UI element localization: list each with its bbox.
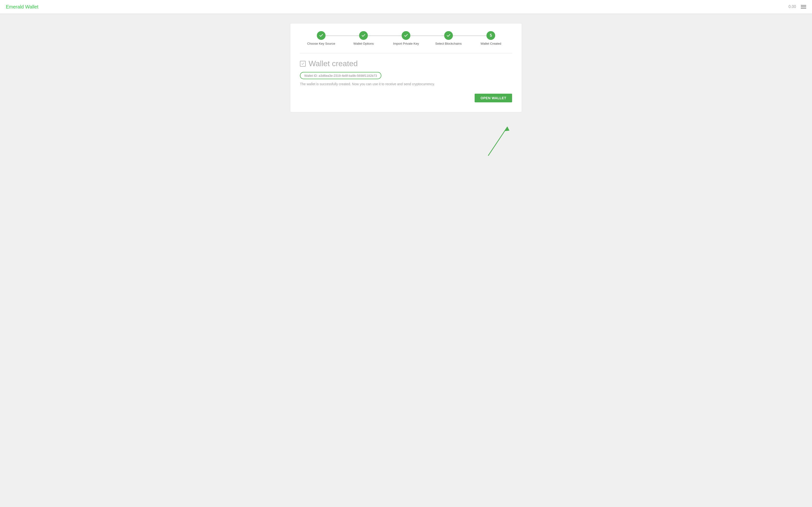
step-5-number: 5 xyxy=(490,33,492,38)
app-logo: Emerald Wallet xyxy=(6,4,39,10)
step-5-circle: 5 xyxy=(487,31,495,40)
wizard-card: Choose Key Source Wallet Options I xyxy=(290,23,522,112)
logo-text: Emerald Wallet xyxy=(6,4,39,10)
wallet-success-message: The wallet is successfully created. Now … xyxy=(300,82,512,86)
header-right: 0.00 xyxy=(789,5,806,9)
logo-emerald: Emerald xyxy=(6,4,24,9)
wallet-id-container: Wallet ID: a3d6ea3e-2319-4e8f-ba9b-5698f… xyxy=(300,72,382,79)
step-4-circle xyxy=(444,31,453,40)
arrow-annotation xyxy=(290,122,522,165)
app-header: Emerald Wallet 0.00 xyxy=(0,0,812,13)
step-5: 5 Wallet Created xyxy=(469,31,512,45)
step-2: Wallet Options xyxy=(343,31,385,45)
step-3-circle xyxy=(402,31,410,40)
annotation-area xyxy=(0,122,812,165)
check-icon-3 xyxy=(404,33,408,38)
checkbox-icon xyxy=(300,61,306,67)
step-4-label: Select Blockchains xyxy=(435,42,462,45)
main-content: Choose Key Source Wallet Options I xyxy=(0,13,812,122)
section-divider xyxy=(300,53,512,53)
menu-icon[interactable] xyxy=(801,5,806,8)
check-icon-1 xyxy=(319,33,323,38)
step-4: Select Blockchains xyxy=(427,31,470,45)
step-2-circle xyxy=(359,31,368,40)
menu-line-3 xyxy=(801,8,806,8)
check-icon-2 xyxy=(361,33,366,38)
open-wallet-button[interactable]: OPEN WALLET xyxy=(475,94,512,102)
menu-line-2 xyxy=(801,6,806,7)
wallet-id-text: Wallet ID: a3d6ea3e-2319-4e8f-ba9b-5698f… xyxy=(304,74,377,77)
annotation-arrow-svg xyxy=(483,122,512,161)
wallet-created-header: Wallet created xyxy=(300,59,512,68)
check-icon-4 xyxy=(446,33,451,38)
step-5-label: Wallet Created xyxy=(480,42,501,45)
logo-wallet: Wallet xyxy=(25,4,39,9)
checkbox-check-icon xyxy=(301,62,305,65)
step-2-label: Wallet Options xyxy=(353,42,373,45)
menu-line-1 xyxy=(801,5,806,6)
step-1-circle xyxy=(317,31,325,40)
step-1: Choose Key Source xyxy=(300,31,343,45)
wallet-created-title: Wallet created xyxy=(309,59,358,68)
step-3: Import Private Key xyxy=(385,31,427,45)
balance-display: 0.00 xyxy=(789,5,796,9)
button-row: OPEN WALLET xyxy=(300,94,512,102)
step-1-label: Choose Key Source xyxy=(307,42,335,45)
step-3-label: Import Private Key xyxy=(393,42,419,45)
stepper: Choose Key Source Wallet Options I xyxy=(300,31,512,45)
